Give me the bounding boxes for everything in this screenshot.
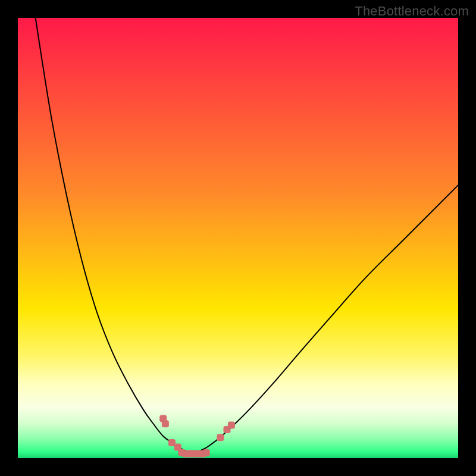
- chart-svg: [18, 18, 458, 458]
- accent-markers-pt: [203, 449, 210, 456]
- accent-markers-pt: [217, 434, 224, 441]
- accent-markers-pt: [162, 420, 169, 427]
- accent-markers-pt: [228, 422, 235, 429]
- gradient-background: [18, 18, 458, 458]
- plot-area: [18, 18, 458, 458]
- watermark-text: TheBottleneck.com: [355, 4, 469, 19]
- chart-frame: TheBottleneck.com: [0, 0, 476, 476]
